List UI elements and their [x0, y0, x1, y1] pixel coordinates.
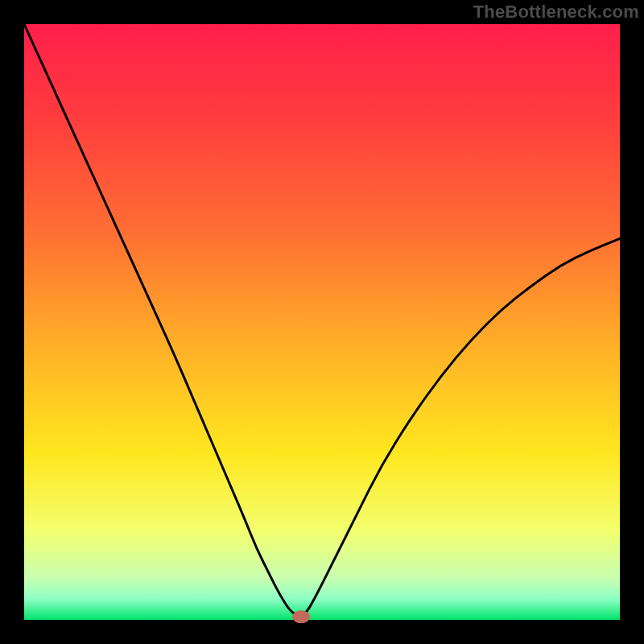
bottleneck-plot: [0, 0, 644, 644]
optimal-point-marker: [292, 610, 310, 623]
plot-background: [24, 24, 620, 620]
chart-frame: TheBottleneck.com: [0, 0, 644, 644]
watermark-text: TheBottleneck.com: [473, 2, 639, 23]
